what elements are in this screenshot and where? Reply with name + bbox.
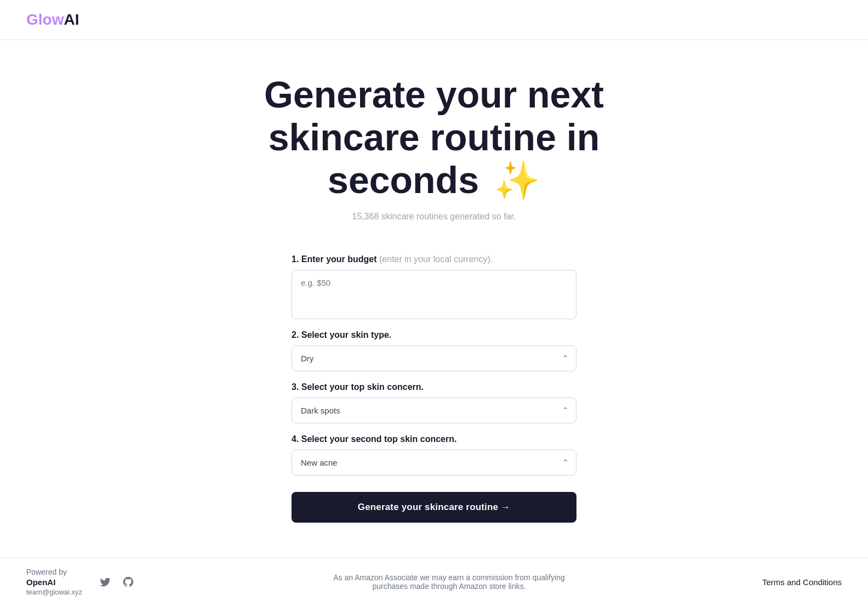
twitter-link[interactable] bbox=[98, 574, 113, 590]
twitter-icon bbox=[99, 576, 111, 588]
generate-button[interactable]: Generate your skincare routine → bbox=[292, 492, 576, 523]
skin-concern2-select[interactable]: New acne Acne Wrinkles Dryness Redness H… bbox=[292, 450, 576, 475]
budget-input[interactable] bbox=[292, 270, 576, 319]
step2-label: 2. Select your skin type. bbox=[292, 330, 576, 340]
github-link[interactable] bbox=[121, 574, 136, 590]
footer: Powered by OpenAI team@glowai.xyz As an … bbox=[0, 557, 868, 606]
email-label: team@glowai.xyz bbox=[26, 588, 82, 596]
step1-label: 1. Enter your budget (enter in your loca… bbox=[292, 254, 576, 264]
skin-concern-wrapper: Dark spots Acne Wrinkles Dryness Redness… bbox=[292, 398, 576, 423]
skin-concern2-wrapper: New acne Acne Wrinkles Dryness Redness H… bbox=[292, 450, 576, 475]
logo-glow: Glow bbox=[26, 11, 64, 28]
subtitle: 15,368 skincare routines generated so fa… bbox=[352, 212, 516, 222]
form-container: 1. Enter your budget (enter in your loca… bbox=[292, 243, 576, 523]
openai-label: OpenAI bbox=[26, 577, 55, 587]
powered-by-label: Powered by bbox=[26, 568, 67, 576]
logo[interactable]: GlowAI bbox=[26, 11, 842, 29]
footer-disclaimer: As an Amazon Associate we may earn a com… bbox=[318, 573, 581, 591]
footer-icons bbox=[98, 574, 136, 590]
logo-ai: AI bbox=[64, 11, 79, 28]
footer-left-group: Powered by OpenAI team@glowai.xyz bbox=[26, 568, 136, 596]
header: GlowAI bbox=[0, 0, 868, 40]
step3-label: 3. Select your top skin concern. bbox=[292, 382, 576, 392]
sparkle-icon: ✨ bbox=[494, 158, 540, 201]
step4-label: 4. Select your second top skin concern. bbox=[292, 434, 576, 444]
skin-type-wrapper: Dry Oily Combination Normal Sensitive ⌃ bbox=[292, 346, 576, 371]
skin-type-select[interactable]: Dry Oily Combination Normal Sensitive bbox=[292, 346, 576, 371]
main-content: Generate your next skincare routine in s… bbox=[0, 40, 868, 545]
hero-title: Generate your next skincare routine in s… bbox=[264, 73, 604, 202]
skin-concern-select[interactable]: Dark spots Acne Wrinkles Dryness Redness… bbox=[292, 398, 576, 423]
footer-left: Powered by OpenAI team@glowai.xyz bbox=[26, 568, 82, 596]
github-icon bbox=[122, 576, 134, 588]
terms-link[interactable]: Terms and Conditions bbox=[762, 577, 842, 587]
